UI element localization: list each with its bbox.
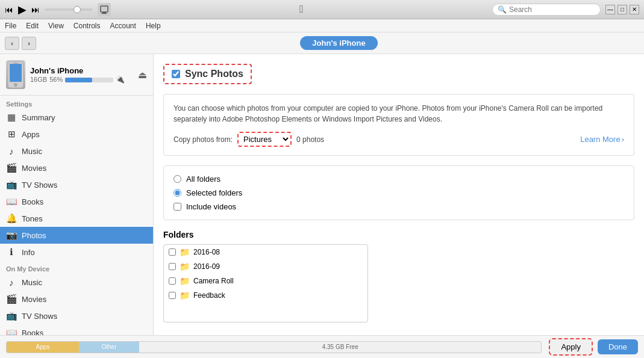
menu-controls[interactable]: Controls bbox=[73, 22, 101, 30]
sidebar-item-label: Tones bbox=[22, 214, 43, 223]
sync-photos-checkbox[interactable] bbox=[172, 70, 180, 78]
play-button[interactable]: ▶ bbox=[18, 3, 27, 16]
settings-section-label: Settings bbox=[0, 96, 153, 109]
sidebar-item-books[interactable]: 📖 Books bbox=[0, 193, 153, 210]
folders-section: Folders 📁 2016-08 📁 2016-09 📁 Camera Rol… bbox=[163, 230, 634, 323]
folder-icon: 📁 bbox=[180, 262, 190, 271]
include-videos-checkbox[interactable] bbox=[174, 203, 181, 211]
playback-controls: ⏮ ▶ ⏭ bbox=[5, 3, 111, 16]
back-button[interactable]: ‹ bbox=[5, 37, 19, 50]
folder-name: Feedback bbox=[193, 291, 225, 300]
sidebar-item-summary[interactable]: ▦ Summary bbox=[0, 109, 153, 126]
sidebar-item-photos[interactable]: 📷 Photos bbox=[0, 227, 153, 244]
copy-from-row: Copy photos from: Pictures iPhoto Lightr… bbox=[174, 132, 624, 147]
sidebar-item-info[interactable]: ℹ Info bbox=[0, 244, 153, 261]
maximize-button[interactable]: □ bbox=[617, 5, 627, 14]
sidebar-item-music[interactable]: ♪ Music bbox=[0, 143, 153, 159]
title-bar: ⏮ ▶ ⏭  🔍 — □ ✕ bbox=[0, 0, 644, 19]
window-controls: — □ ✕ bbox=[605, 5, 639, 14]
apply-button[interactable]: Apply bbox=[549, 338, 593, 356]
main-layout: John's iPhone 16GB 56% 🔌 ⏏ Settings ▦ Su… bbox=[0, 54, 644, 335]
folder-name: 2016-09 bbox=[193, 262, 220, 271]
all-folders-label: All folders bbox=[186, 174, 220, 184]
info-text: You can choose which photos from your co… bbox=[174, 103, 624, 125]
battery-icon: 🔌 bbox=[116, 75, 125, 84]
search-box[interactable]: 🔍 bbox=[492, 4, 601, 16]
include-videos-label: Include videos bbox=[186, 202, 236, 211]
content-area: Sync Photos You can choose which photos … bbox=[154, 54, 644, 335]
folder-item-camera-roll[interactable]: 📁 Camera Roll bbox=[164, 274, 367, 288]
learn-more-chevron: › bbox=[622, 134, 624, 146]
menu-account[interactable]: Account bbox=[110, 22, 136, 30]
folder-item-2016-08[interactable]: 📁 2016-08 bbox=[164, 245, 367, 259]
svg-rect-5 bbox=[13, 63, 18, 64]
device-details: John's iPhone 16GB 56% 🔌 bbox=[30, 66, 133, 84]
device-tab[interactable]: John's iPhone bbox=[300, 36, 377, 50]
sidebar-item-od-music[interactable]: ♪ Music bbox=[0, 274, 153, 291]
volume-handle[interactable] bbox=[73, 6, 81, 13]
svg-rect-3 bbox=[10, 64, 22, 82]
menu-file[interactable]: File bbox=[5, 22, 16, 30]
folder-check[interactable] bbox=[169, 248, 176, 256]
options-box: All folders Selected folders Include vid… bbox=[163, 165, 634, 220]
apps-icon: ⊞ bbox=[6, 129, 17, 140]
forward-button[interactable]: › bbox=[22, 37, 36, 50]
tv-shows-icon: 📺 bbox=[6, 179, 17, 190]
device-capacity: 16GB bbox=[30, 76, 47, 83]
sidebar-item-od-movies[interactable]: 🎬 Movies bbox=[0, 291, 153, 307]
sidebar-item-label: Music bbox=[22, 147, 42, 156]
menu-edit[interactable]: Edit bbox=[26, 22, 39, 30]
search-input[interactable] bbox=[509, 5, 593, 14]
menu-help[interactable]: Help bbox=[146, 22, 161, 30]
ffwd-button[interactable]: ⏭ bbox=[31, 5, 40, 14]
done-button[interactable]: Done bbox=[598, 339, 638, 354]
sync-photos-label: Sync Photos bbox=[185, 69, 243, 79]
od-books-icon: 📖 bbox=[6, 327, 17, 335]
sidebar-item-label: Photos bbox=[22, 231, 46, 240]
folder-name: 2016-08 bbox=[193, 248, 220, 256]
storage-other: Other bbox=[79, 342, 139, 353]
sidebar-item-od-books[interactable]: 📖 Books bbox=[0, 324, 153, 335]
sidebar-item-label: Apps bbox=[22, 130, 40, 139]
status-bar: Apps Other 4.35 GB Free Apply Done bbox=[0, 335, 644, 358]
volume-slider[interactable] bbox=[45, 8, 93, 11]
folder-check[interactable] bbox=[169, 292, 176, 299]
storage-free: 4.35 GB Free bbox=[139, 342, 541, 353]
folder-item-2016-09[interactable]: 📁 2016-09 bbox=[164, 259, 367, 274]
minimize-button[interactable]: — bbox=[605, 5, 615, 14]
sidebar-item-od-tv-shows[interactable]: 📺 TV Shows bbox=[0, 307, 153, 324]
include-videos-row: Include videos bbox=[174, 202, 624, 211]
copy-from-select[interactable]: Pictures iPhoto Lightroom Other... bbox=[237, 132, 292, 147]
close-button[interactable]: ✕ bbox=[630, 5, 639, 14]
eject-button[interactable]: ⏏ bbox=[138, 69, 147, 81]
od-tv-icon: 📺 bbox=[6, 310, 17, 321]
svg-rect-1 bbox=[101, 6, 108, 12]
sidebar-item-label: Books bbox=[22, 197, 43, 206]
selected-folders-radio[interactable] bbox=[174, 189, 181, 197]
folder-item-feedback[interactable]: 📁 Feedback bbox=[164, 288, 367, 303]
books-icon: 📖 bbox=[6, 196, 17, 207]
sidebar-item-label: Info bbox=[22, 248, 35, 257]
all-folders-radio[interactable] bbox=[174, 175, 181, 183]
learn-more-link[interactable]: Learn More › bbox=[580, 134, 624, 146]
sidebar-item-movies[interactable]: 🎬 Movies bbox=[0, 159, 153, 176]
sidebar-item-tones[interactable]: 🔔 Tones bbox=[0, 210, 153, 227]
folder-icon: 📁 bbox=[180, 247, 190, 257]
nav-bar: ‹ › John's iPhone bbox=[0, 32, 644, 54]
on-device-section-label: On My Device bbox=[0, 261, 153, 274]
sidebar-item-tv-shows[interactable]: 📺 TV Shows bbox=[0, 176, 153, 193]
capacity-fill bbox=[65, 78, 92, 82]
sidebar-item-apps[interactable]: ⊞ Apps bbox=[0, 126, 153, 143]
folder-check[interactable] bbox=[169, 263, 176, 270]
sidebar-item-label: TV Shows bbox=[22, 312, 57, 321]
all-folders-row: All folders bbox=[174, 174, 624, 184]
airplay-button[interactable] bbox=[98, 3, 111, 16]
sidebar-item-label: TV Shows bbox=[22, 181, 57, 190]
folder-check[interactable] bbox=[169, 277, 176, 285]
menu-view[interactable]: View bbox=[48, 22, 64, 30]
movies-icon: 🎬 bbox=[6, 162, 17, 173]
rewind-button[interactable]: ⏮ bbox=[5, 5, 13, 14]
search-icon: 🔍 bbox=[498, 5, 507, 14]
folder-tree[interactable]: 📁 2016-08 📁 2016-09 📁 Camera Roll 📁 Fee bbox=[163, 244, 368, 323]
device-name: John's iPhone bbox=[30, 66, 133, 75]
